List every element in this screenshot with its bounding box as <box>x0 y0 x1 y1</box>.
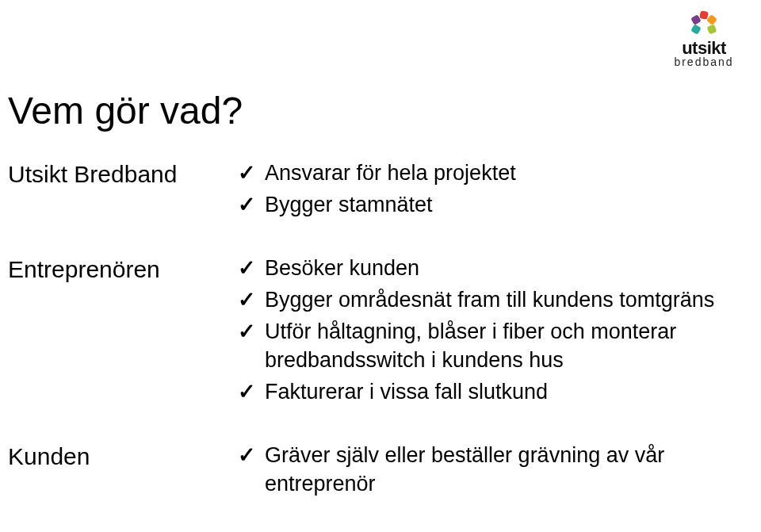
list-item: ✓ Besöker kunden <box>238 254 737 282</box>
item-text: Fakturerar i vissa fall slutkund <box>265 377 737 406</box>
list-item: ✓ Gräver själv eller beställer grävning … <box>238 441 737 498</box>
content-area: Utsikt Bredband ✓ Ansvarar för hela proj… <box>8 159 737 532</box>
logo-flower-icon <box>690 11 717 38</box>
checkmark-icon: ✓ <box>238 441 265 469</box>
section-items: ✓ Besöker kunden ✓ Bygger områdesnät fra… <box>238 254 737 409</box>
item-text: Bygger stamnätet <box>265 190 737 219</box>
section-label: Kunden <box>8 441 238 473</box>
section-items: ✓ Gräver själv eller beställer grävning … <box>238 441 737 501</box>
checkmark-icon: ✓ <box>238 190 265 219</box>
slide: utsikt bredband Vem gör vad? Utsikt Bred… <box>0 0 761 532</box>
list-item: ✓ Bygger områdesnät fram till kundens to… <box>238 285 737 314</box>
checkmark-icon: ✓ <box>238 285 265 314</box>
list-item: ✓ Bygger stamnätet <box>238 190 737 219</box>
logo-wordmark: utsikt <box>664 40 744 57</box>
page-title: Vem gör vad? <box>8 89 243 132</box>
section-label: Entreprenören <box>8 254 238 285</box>
brand-logo: utsikt bredband <box>664 11 744 68</box>
item-text: Besöker kunden <box>265 254 737 282</box>
section-label: Utsikt Bredband <box>8 159 238 190</box>
list-item: ✓ Utför håltagning, blåser i fiber och m… <box>238 317 737 374</box>
item-text: Ansvarar för hela projektet <box>265 159 737 187</box>
item-text: Bygger områdesnät fram till kundens tomt… <box>265 285 737 314</box>
logo-subtext: bredband <box>664 55 744 68</box>
section-items: ✓ Ansvarar för hela projektet ✓ Bygger s… <box>238 159 737 222</box>
checkmark-icon: ✓ <box>238 159 265 187</box>
list-item: ✓ Fakturerar i vissa fall slutkund <box>238 377 737 406</box>
section-row: Utsikt Bredband ✓ Ansvarar för hela proj… <box>8 159 737 222</box>
checkmark-icon: ✓ <box>238 254 265 282</box>
list-item: ✓ Ansvarar för hela projektet <box>238 159 737 187</box>
checkmark-icon: ✓ <box>238 377 265 406</box>
section-row: Entreprenören ✓ Besöker kunden ✓ Bygger … <box>8 254 737 409</box>
item-text: Gräver själv eller beställer grävning av… <box>265 441 737 498</box>
section-row: Kunden ✓ Gräver själv eller beställer gr… <box>8 441 737 501</box>
checkmark-icon: ✓ <box>238 317 265 346</box>
item-text: Utför håltagning, blåser i fiber och mon… <box>265 317 737 374</box>
